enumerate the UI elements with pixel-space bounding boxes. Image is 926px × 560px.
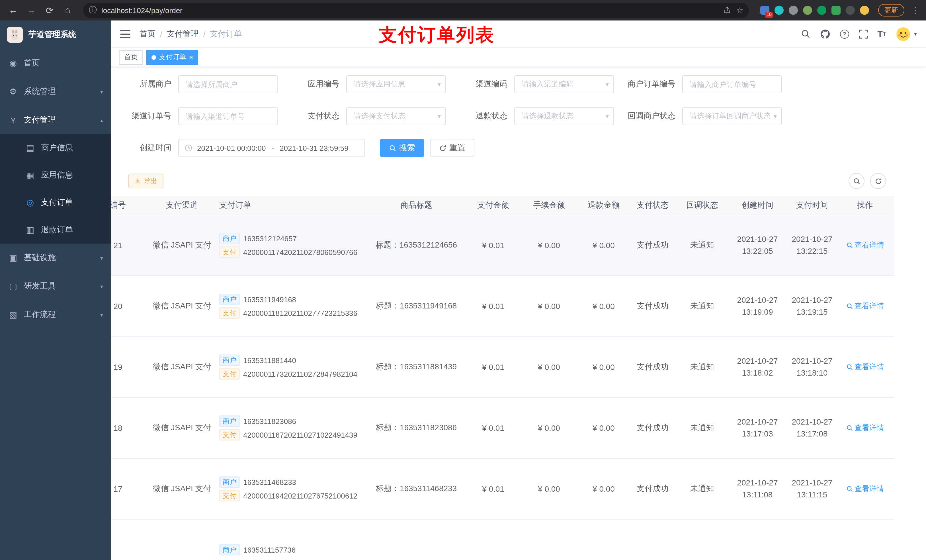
merchant-order-no-input[interactable] (683, 80, 781, 89)
table-row[interactable]: 21 微信 JSAPI 支付 商户1635312124657 支付4200001… (111, 215, 894, 276)
view-detail-link[interactable]: 查看详情 (846, 484, 884, 494)
check-extension-icon[interactable] (817, 6, 826, 15)
puzzle-extension-icon[interactable]: 10 (760, 6, 769, 15)
col-header-id: 编号 (111, 200, 146, 210)
green-extension-icon[interactable] (803, 6, 812, 15)
filter-label: 退款状态 (452, 111, 514, 121)
export-button[interactable]: 导出 (128, 174, 163, 189)
sidebar-item-infra[interactable]: ▣ 基础设施 ▾ (0, 244, 111, 272)
app-select[interactable]: 请选择应用信息 ▾ (346, 75, 446, 93)
merchant-input[interactable] (179, 80, 277, 89)
select-placeholder: 请选择应用信息 (354, 79, 406, 89)
address-bar[interactable]: ⓘ localhost:1024/pay/order ☆ (83, 3, 749, 18)
pay-status-select[interactable]: 请选择支付状态 ▾ (346, 107, 446, 125)
sidebar-item-app-info[interactable]: ▦ 应用信息 (0, 162, 111, 189)
notify-status-select[interactable]: 请选择订单回调商户状态 ▾ (682, 107, 782, 125)
view-detail-link[interactable]: 查看详情 (846, 301, 884, 311)
reload-icon[interactable]: ⟳ (42, 3, 57, 18)
sidebar-item-refund-order[interactable]: ▥ 退款订单 (0, 216, 111, 244)
fullscreen-icon[interactable] (858, 29, 868, 38)
forward-icon[interactable]: → (24, 3, 39, 18)
tab-home[interactable]: 首页 (119, 50, 143, 65)
cell-channel: 微信 JSAPI 支付 (146, 301, 218, 311)
merchant-order-no: 1635311881440 (243, 356, 296, 365)
channel-code-select[interactable]: 请输入渠道编码 ▾ (514, 75, 614, 93)
browser-update-button[interactable]: 更新 (878, 4, 904, 17)
share-icon[interactable] (723, 6, 731, 14)
sidebar-item-payment[interactable]: ¥ 支付管理 ▴ (0, 106, 111, 134)
filter-app: 应用编号 请选择应用信息 ▾ (284, 75, 446, 93)
sidebar-logo[interactable]: 芋道管理系统 (0, 21, 111, 49)
cell-channel: 微信 JSAPI 支付 (146, 362, 218, 372)
view-detail-link[interactable]: 查看详情 (846, 362, 884, 372)
chevron-down-icon: ▾ (438, 80, 441, 88)
cell-order: 商户1635312124657 支付4200001174202110278060… (218, 231, 370, 260)
breadcrumb-pay-order: 支付订单 (210, 29, 242, 39)
sidebar-item-pay-order[interactable]: ◎ 支付订单 (0, 189, 111, 216)
filter-refund-status: 退款状态 请选择退款状态 ▾ (452, 107, 614, 125)
home-icon[interactable]: ⌂ (61, 3, 75, 18)
font-size-icon[interactable] (877, 29, 886, 39)
table-row[interactable]: 18 微信 JSAPI 支付 商户1635311823086 支付4200001… (111, 398, 894, 459)
select-placeholder: 请选择支付状态 (354, 111, 406, 121)
breadcrumb-separator: / (203, 29, 206, 38)
app-title: 芋道管理系统 (29, 30, 76, 40)
refund-status-select[interactable]: 请选择退款状态 ▾ (514, 107, 614, 125)
cell-amount: ¥ 0.01 (462, 484, 524, 494)
refresh-table-button[interactable] (870, 173, 886, 189)
chat-extension-icon[interactable] (831, 6, 841, 15)
sidebar-item-devtools[interactable]: ▢ 研发工具 ▾ (0, 272, 111, 300)
help-icon[interactable] (840, 29, 849, 38)
gray-extension-icon[interactable] (789, 6, 798, 15)
sidebar-item-workflow[interactable]: ▧ 工作流程 ▾ (0, 300, 111, 329)
reset-button[interactable]: 重置 (430, 139, 474, 157)
table-row[interactable]: 17 微信 JSAPI 支付 商户1635311468233 支付4200001… (111, 459, 894, 519)
channel-order-no-input[interactable] (179, 112, 277, 120)
pin-extension-icon[interactable] (846, 6, 855, 15)
pay-tag: 支付 (219, 246, 240, 258)
hamburger-menu-icon[interactable] (120, 30, 130, 38)
view-detail-label: 查看详情 (855, 301, 884, 311)
search-button[interactable]: 搜索 (380, 139, 424, 157)
search-icon (846, 364, 853, 370)
cell-order: 商户1635311881440 支付4200001173202110272847… (218, 352, 370, 382)
breadcrumb-home[interactable]: 首页 (139, 29, 156, 39)
toggle-search-button[interactable] (849, 173, 864, 189)
sidebar-item-label: 基础设施 (24, 253, 56, 263)
chevron-up-icon: ▴ (100, 117, 103, 123)
search-icon (846, 242, 853, 249)
merchant-order-no: 1635311157736 (243, 545, 295, 554)
browser-menu-icon[interactable]: ⋮ (910, 5, 920, 15)
date-end: 2021-10-31 23:59:59 (280, 144, 348, 152)
table-row[interactable]: 19 微信 JSAPI 支付 商户1635311881440 支付4200001… (111, 337, 894, 398)
select-placeholder: 请选择退款状态 (522, 111, 573, 121)
date-range-picker[interactable]: 2021-10-01 00:00:00 - 2021-10-31 23:59:5… (178, 139, 365, 157)
pay-tag: 支付 (219, 490, 240, 501)
sidebar-item-label: 支付订单 (41, 198, 73, 208)
table-row[interactable]: 20 微信 JSAPI 支付 商户1635311949168 支付4200001… (111, 276, 894, 337)
sidebar-item-home[interactable]: ◉ 首页 (0, 49, 111, 77)
close-icon[interactable]: × (189, 54, 193, 60)
user-avatar[interactable]: ▾ (896, 26, 917, 41)
cell-title: 标题：1635311949168 (370, 301, 462, 311)
back-icon[interactable]: ← (6, 3, 21, 18)
drop-extension-icon[interactable] (775, 6, 784, 15)
sidebar-item-merchant-info[interactable]: ▤ 商户信息 (0, 134, 111, 162)
filter-label: 创建时间 (116, 143, 178, 153)
tab-pay-order[interactable]: 支付订单 × (146, 50, 198, 65)
bookmark-star-icon[interactable]: ☆ (736, 6, 743, 15)
view-detail-link[interactable]: 查看详情 (846, 423, 884, 433)
profile-face-icon[interactable] (860, 6, 869, 15)
col-header-title: 商品标题 (370, 200, 462, 210)
view-detail-link[interactable]: 查看详情 (846, 240, 884, 251)
select-placeholder: 请输入渠道编码 (522, 79, 573, 89)
cell-id: 19 (111, 362, 146, 371)
github-icon[interactable] (820, 29, 830, 39)
site-info-icon[interactable]: ⓘ (89, 5, 97, 15)
col-header-order: 支付订单 (218, 200, 370, 210)
search-icon[interactable] (800, 29, 810, 39)
sidebar-item-system[interactable]: ⚙ 系统管理 ▾ (0, 77, 111, 106)
breadcrumb-payment[interactable]: 支付管理 (167, 29, 199, 39)
table-row[interactable]: 商户1635311157736 (111, 519, 894, 560)
pay-order-no: 4200001173202110272847982104 (243, 370, 357, 378)
